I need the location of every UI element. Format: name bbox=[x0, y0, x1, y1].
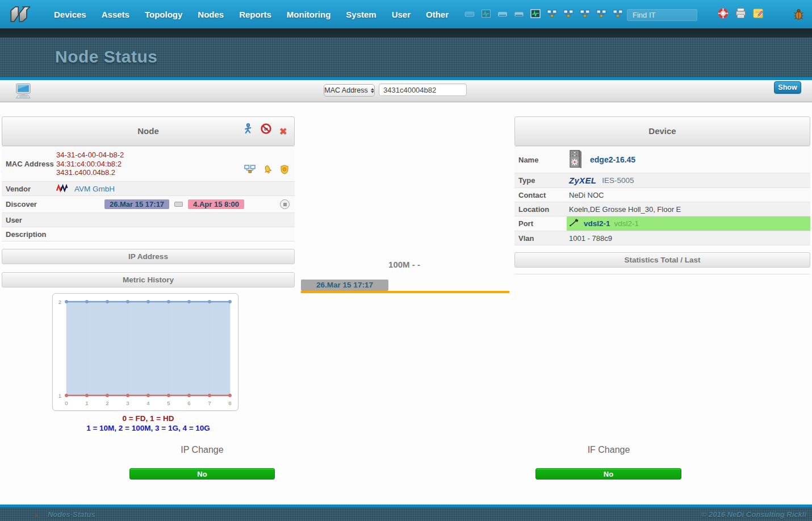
nav-item-topology[interactable]: Topology bbox=[145, 10, 182, 19]
monitor-pulse-icon[interactable] bbox=[530, 9, 541, 19]
device-port-label: Port bbox=[514, 219, 567, 228]
device-contact-label: Contact bbox=[514, 191, 567, 199]
svg-text:1: 1 bbox=[85, 400, 88, 406]
nav-item-system[interactable]: System bbox=[346, 10, 376, 19]
description-row: Description bbox=[2, 227, 295, 241]
print-icon[interactable] bbox=[735, 7, 747, 22]
history-record-icon[interactable] bbox=[280, 199, 290, 209]
nav-shadow-strip bbox=[0, 28, 812, 37]
utility-icons bbox=[717, 0, 764, 28]
vendor-label: Vendor bbox=[2, 185, 54, 193]
footer-breadcrumb[interactable]: Nodes-Status bbox=[48, 510, 95, 519]
chart-legend-duplex: 0 = FD, 1 = HD bbox=[2, 414, 295, 423]
device-box-icon-dim[interactable] bbox=[464, 9, 475, 19]
security-badge-icon[interactable] bbox=[280, 165, 289, 177]
device-type-value[interactable]: IES-5005 bbox=[602, 176, 634, 185]
no-ip-icon[interactable]: IP bbox=[261, 117, 271, 145]
footer: ▲ Nodes-Status © 2016 NeDi Consulting Ri… bbox=[0, 507, 812, 521]
discover-values: 26.Mar 15 17:17 4.Apr 15 8:00 bbox=[54, 199, 295, 209]
link-timestamp-badge: 26.Mar 15 17:17 bbox=[301, 280, 388, 291]
statistics-empty-row bbox=[514, 268, 810, 274]
statistics-section-header: Statistics Total / Last bbox=[514, 252, 810, 268]
discover-label: Discover bbox=[2, 200, 54, 209]
graph-monitor-icon-dim[interactable] bbox=[481, 9, 491, 19]
filter-value-input[interactable] bbox=[379, 84, 467, 96]
node-network-icon-2[interactable] bbox=[563, 9, 574, 19]
svg-text:0: 0 bbox=[65, 400, 68, 406]
mac-address-label: MAC Address bbox=[2, 160, 54, 168]
nav-item-monitoring[interactable]: Monitoring bbox=[287, 10, 330, 19]
nav-item-devices[interactable]: Devices bbox=[54, 10, 86, 19]
device-location-row: Location Koeln,DE Grosse Holl_30, Floor … bbox=[514, 202, 810, 216]
bug-report-icon[interactable] bbox=[793, 9, 804, 23]
description-label: Description bbox=[2, 230, 54, 239]
last-discover-badge: 4.Apr 15 8:00 bbox=[188, 199, 244, 209]
main-menu: Devices Assets Topology Nodes Reports Mo… bbox=[54, 0, 449, 28]
device-vlan-row: Vlan 1001 - 788c9 bbox=[514, 231, 810, 245]
svg-text:4: 4 bbox=[147, 400, 149, 406]
show-button[interactable]: Show bbox=[774, 81, 801, 94]
help-lifebuoy-icon[interactable] bbox=[717, 7, 729, 22]
vendor-value-wrap: AVM GmbH bbox=[54, 182, 295, 195]
topology-map-icon[interactable] bbox=[244, 165, 256, 177]
delete-node-icon[interactable]: ✖ bbox=[279, 127, 287, 136]
device-vlan-label: Vlan bbox=[514, 234, 567, 243]
alert-bell-icon[interactable] bbox=[263, 165, 273, 177]
switch-device-icon-1[interactable] bbox=[497, 9, 508, 19]
filter-type-value: MAC Address bbox=[324, 86, 367, 94]
mac-value-dashed: 34-31-c4-00-04-b8-2 bbox=[56, 151, 291, 160]
svg-text:2: 2 bbox=[106, 400, 108, 406]
nav-item-nodes[interactable]: Nodes bbox=[198, 10, 224, 19]
device-panel: Device Name edge2-16.45 Type ZyXEL IES-5… bbox=[514, 116, 810, 274]
link-speed-text: 100M - - bbox=[299, 260, 509, 269]
device-name-row: Name edge2-16.45 bbox=[514, 146, 810, 173]
node-panel-header: Node IP ✖ bbox=[2, 116, 295, 146]
nav-item-assets[interactable]: Assets bbox=[102, 10, 129, 19]
node-network-icon-1[interactable] bbox=[547, 9, 557, 19]
user-value bbox=[54, 218, 295, 222]
if-change-status-badge: No bbox=[535, 468, 681, 480]
metric-history-chart: 01234567812 bbox=[52, 293, 238, 411]
device-vlan-value: 1001 - 788c9 bbox=[567, 232, 810, 244]
find-it-search-input[interactable] bbox=[627, 9, 697, 21]
page-title: Node Status bbox=[55, 37, 812, 76]
device-contact-row: Contact NeDi NOC bbox=[514, 187, 810, 202]
svg-text:6: 6 bbox=[187, 400, 190, 406]
svg-text:7: 7 bbox=[208, 400, 211, 406]
svg-text:3: 3 bbox=[126, 400, 129, 406]
notes-edit-icon[interactable] bbox=[752, 7, 764, 22]
port-link[interactable]: vdsl2-1 bbox=[584, 219, 610, 228]
device-chassis-icon[interactable] bbox=[569, 149, 582, 170]
discover-range-icon bbox=[174, 202, 183, 207]
nav-item-reports[interactable]: Reports bbox=[239, 10, 271, 19]
device-name-link[interactable]: edge2-16.45 bbox=[590, 155, 635, 164]
if-change-heading: IF Change bbox=[461, 445, 756, 455]
filter-type-select[interactable]: MAC Address bbox=[324, 84, 375, 97]
node-panel: Node IP ✖ MAC Address 34-31-c4-00-04-b8-… bbox=[2, 116, 295, 432]
node-network-icon-5[interactable] bbox=[613, 9, 623, 19]
metric-history-section-header: Metric History bbox=[2, 272, 295, 287]
node-network-icon-3[interactable] bbox=[580, 9, 590, 19]
port-cable-icon bbox=[569, 219, 579, 228]
nav-item-other[interactable]: Other bbox=[426, 10, 449, 19]
nedi-logo-icon[interactable] bbox=[7, 4, 33, 27]
user-label: User bbox=[2, 216, 54, 224]
device-name-label: Name bbox=[514, 156, 567, 164]
ip-address-section-header: IP Address bbox=[2, 249, 295, 264]
quick-link-icons bbox=[464, 0, 623, 28]
first-discover-badge: 26.Mar 15 17:17 bbox=[104, 199, 169, 209]
ip-change-status-badge: No bbox=[129, 468, 275, 480]
device-type-label: Type bbox=[514, 176, 567, 185]
nav-item-user[interactable]: User bbox=[392, 10, 411, 19]
node-network-icon-4[interactable] bbox=[596, 9, 606, 19]
switch-device-icon-2[interactable] bbox=[514, 9, 524, 19]
device-contact-value: NeDi NOC bbox=[567, 189, 810, 201]
top-navigation: Devices Assets Topology Nodes Reports Mo… bbox=[0, 0, 812, 28]
vendor-link[interactable]: AVM GmbH bbox=[74, 185, 115, 193]
main-content: Node IP ✖ MAC Address 34-31-c4-00-04-b8-… bbox=[0, 102, 812, 505]
device-name-wrap: edge2-16.45 bbox=[567, 148, 810, 172]
device-panel-header: Device bbox=[514, 116, 810, 146]
track-user-icon[interactable] bbox=[243, 117, 253, 145]
device-panel-title: Device bbox=[648, 126, 676, 136]
vendor-row: Vendor AVM GmbH bbox=[2, 181, 295, 195]
